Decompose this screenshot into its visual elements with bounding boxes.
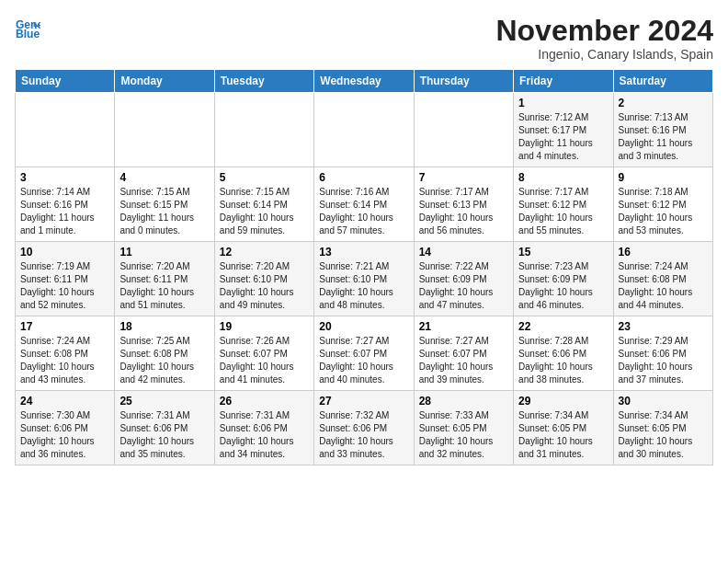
calendar-cell: 13Sunrise: 7:21 AM Sunset: 6:10 PM Dayli… <box>314 242 414 316</box>
day-number: 6 <box>319 171 408 184</box>
day-number: 23 <box>619 320 708 333</box>
day-info: Sunrise: 7:25 AM Sunset: 6:08 PM Dayligh… <box>119 335 209 386</box>
day-number: 5 <box>220 171 309 184</box>
day-number: 30 <box>619 395 708 408</box>
day-info: Sunrise: 7:16 AM Sunset: 6:14 PM Dayligh… <box>319 186 408 237</box>
calendar-cell: 8Sunrise: 7:17 AM Sunset: 6:12 PM Daylig… <box>514 167 613 242</box>
day-number: 13 <box>319 246 408 259</box>
day-info: Sunrise: 7:24 AM Sunset: 6:08 PM Dayligh… <box>619 260 708 312</box>
day-info: Sunrise: 7:31 AM Sunset: 6:06 PM Dayligh… <box>220 409 309 461</box>
calendar-cell: 25Sunrise: 7:31 AM Sunset: 6:06 PM Dayli… <box>115 391 214 465</box>
day-info: Sunrise: 7:17 AM Sunset: 6:12 PM Dayligh… <box>518 186 608 237</box>
weekday-header-thursday: Thursday <box>414 70 513 93</box>
day-info: Sunrise: 7:27 AM Sunset: 6:07 PM Dayligh… <box>419 335 508 386</box>
calendar-cell: 9Sunrise: 7:18 AM Sunset: 6:12 PM Daylig… <box>613 167 712 242</box>
week-row-1: 1Sunrise: 7:12 AM Sunset: 6:17 PM Daylig… <box>16 93 713 167</box>
month-title: November 2024 <box>495 15 713 47</box>
calendar-cell: 10Sunrise: 7:19 AM Sunset: 6:11 PM Dayli… <box>16 242 115 316</box>
calendar-cell: 18Sunrise: 7:25 AM Sunset: 6:08 PM Dayli… <box>115 316 214 391</box>
page-header: General Blue November 2024 Ingenio, Cana… <box>15 15 713 62</box>
day-number: 10 <box>20 246 109 259</box>
day-number: 25 <box>119 395 209 408</box>
calendar-header: SundayMondayTuesdayWednesdayThursdayFrid… <box>16 70 713 93</box>
day-info: Sunrise: 7:22 AM Sunset: 6:09 PM Dayligh… <box>419 260 508 312</box>
weekday-header-friday: Friday <box>514 70 613 93</box>
day-number: 2 <box>619 97 708 109</box>
calendar-cell: 24Sunrise: 7:30 AM Sunset: 6:06 PM Dayli… <box>16 391 115 465</box>
weekday-header-monday: Monday <box>115 70 214 93</box>
day-info: Sunrise: 7:15 AM Sunset: 6:15 PM Dayligh… <box>119 186 209 237</box>
calendar-cell: 12Sunrise: 7:20 AM Sunset: 6:10 PM Dayli… <box>214 242 313 316</box>
logo-icon: General Blue <box>15 15 40 40</box>
calendar-cell: 19Sunrise: 7:26 AM Sunset: 6:07 PM Dayli… <box>214 316 313 391</box>
day-info: Sunrise: 7:12 AM Sunset: 6:17 PM Dayligh… <box>518 111 608 163</box>
calendar-cell <box>314 93 414 167</box>
day-number: 19 <box>220 320 309 333</box>
day-number: 18 <box>119 320 209 333</box>
calendar-cell: 14Sunrise: 7:22 AM Sunset: 6:09 PM Dayli… <box>414 242 513 316</box>
day-number: 28 <box>419 395 508 408</box>
calendar-cell: 21Sunrise: 7:27 AM Sunset: 6:07 PM Dayli… <box>414 316 513 391</box>
day-number: 29 <box>518 395 608 408</box>
day-number: 26 <box>220 395 309 408</box>
calendar-cell: 3Sunrise: 7:14 AM Sunset: 6:16 PM Daylig… <box>16 167 115 242</box>
day-info: Sunrise: 7:21 AM Sunset: 6:10 PM Dayligh… <box>319 260 408 312</box>
calendar-cell: 26Sunrise: 7:31 AM Sunset: 6:06 PM Dayli… <box>214 391 313 465</box>
day-number: 7 <box>419 171 508 184</box>
calendar-cell: 23Sunrise: 7:29 AM Sunset: 6:06 PM Dayli… <box>613 316 712 391</box>
calendar-cell <box>214 93 313 167</box>
weekday-header-sunday: Sunday <box>16 70 115 93</box>
calendar-cell <box>16 93 115 167</box>
day-info: Sunrise: 7:29 AM Sunset: 6:06 PM Dayligh… <box>619 335 708 386</box>
day-info: Sunrise: 7:34 AM Sunset: 6:05 PM Dayligh… <box>518 409 608 461</box>
day-info: Sunrise: 7:19 AM Sunset: 6:11 PM Dayligh… <box>20 260 109 312</box>
day-number: 24 <box>20 395 109 408</box>
day-number: 21 <box>419 320 508 333</box>
day-info: Sunrise: 7:18 AM Sunset: 6:12 PM Dayligh… <box>619 186 708 237</box>
day-info: Sunrise: 7:20 AM Sunset: 6:10 PM Dayligh… <box>220 260 309 312</box>
calendar-cell: 7Sunrise: 7:17 AM Sunset: 6:13 PM Daylig… <box>414 167 513 242</box>
day-number: 15 <box>518 246 608 259</box>
calendar-cell: 15Sunrise: 7:23 AM Sunset: 6:09 PM Dayli… <box>514 242 613 316</box>
calendar-cell: 16Sunrise: 7:24 AM Sunset: 6:08 PM Dayli… <box>613 242 712 316</box>
calendar-cell: 17Sunrise: 7:24 AM Sunset: 6:08 PM Dayli… <box>16 316 115 391</box>
day-number: 14 <box>419 246 508 259</box>
day-info: Sunrise: 7:30 AM Sunset: 6:06 PM Dayligh… <box>20 409 109 461</box>
day-number: 22 <box>518 320 608 333</box>
day-info: Sunrise: 7:15 AM Sunset: 6:14 PM Dayligh… <box>220 186 309 237</box>
weekday-header-tuesday: Tuesday <box>214 70 313 93</box>
day-number: 27 <box>319 395 408 408</box>
calendar-cell: 6Sunrise: 7:16 AM Sunset: 6:14 PM Daylig… <box>314 167 414 242</box>
day-info: Sunrise: 7:14 AM Sunset: 6:16 PM Dayligh… <box>20 186 109 237</box>
week-row-2: 3Sunrise: 7:14 AM Sunset: 6:16 PM Daylig… <box>16 167 713 242</box>
day-number: 12 <box>220 246 309 259</box>
calendar-cell: 20Sunrise: 7:27 AM Sunset: 6:07 PM Dayli… <box>314 316 414 391</box>
day-info: Sunrise: 7:13 AM Sunset: 6:16 PM Dayligh… <box>619 111 708 163</box>
day-info: Sunrise: 7:32 AM Sunset: 6:06 PM Dayligh… <box>319 409 408 461</box>
day-number: 9 <box>619 171 708 184</box>
day-number: 3 <box>20 171 109 184</box>
day-number: 11 <box>119 246 209 259</box>
calendar-cell: 4Sunrise: 7:15 AM Sunset: 6:15 PM Daylig… <box>115 167 214 242</box>
day-number: 17 <box>20 320 109 333</box>
week-row-4: 17Sunrise: 7:24 AM Sunset: 6:08 PM Dayli… <box>16 316 713 391</box>
day-number: 8 <box>518 171 608 184</box>
weekday-header-wednesday: Wednesday <box>314 70 414 93</box>
day-info: Sunrise: 7:28 AM Sunset: 6:06 PM Dayligh… <box>518 335 608 386</box>
title-block: November 2024 Ingenio, Canary Islands, S… <box>495 15 713 62</box>
day-info: Sunrise: 7:27 AM Sunset: 6:07 PM Dayligh… <box>319 335 408 386</box>
calendar-cell: 1Sunrise: 7:12 AM Sunset: 6:17 PM Daylig… <box>514 93 613 167</box>
svg-text:Blue: Blue <box>16 28 40 40</box>
day-info: Sunrise: 7:26 AM Sunset: 6:07 PM Dayligh… <box>220 335 309 386</box>
week-row-5: 24Sunrise: 7:30 AM Sunset: 6:06 PM Dayli… <box>16 391 713 465</box>
day-info: Sunrise: 7:33 AM Sunset: 6:05 PM Dayligh… <box>419 409 508 461</box>
calendar-cell: 30Sunrise: 7:34 AM Sunset: 6:05 PM Dayli… <box>613 391 712 465</box>
day-info: Sunrise: 7:34 AM Sunset: 6:05 PM Dayligh… <box>619 409 708 461</box>
logo: General Blue <box>15 15 40 40</box>
week-row-3: 10Sunrise: 7:19 AM Sunset: 6:11 PM Dayli… <box>16 242 713 316</box>
calendar-cell: 11Sunrise: 7:20 AM Sunset: 6:11 PM Dayli… <box>115 242 214 316</box>
day-number: 20 <box>319 320 408 333</box>
calendar-cell: 5Sunrise: 7:15 AM Sunset: 6:14 PM Daylig… <box>214 167 313 242</box>
location-subtitle: Ingenio, Canary Islands, Spain <box>495 47 713 62</box>
calendar-cell <box>115 93 214 167</box>
